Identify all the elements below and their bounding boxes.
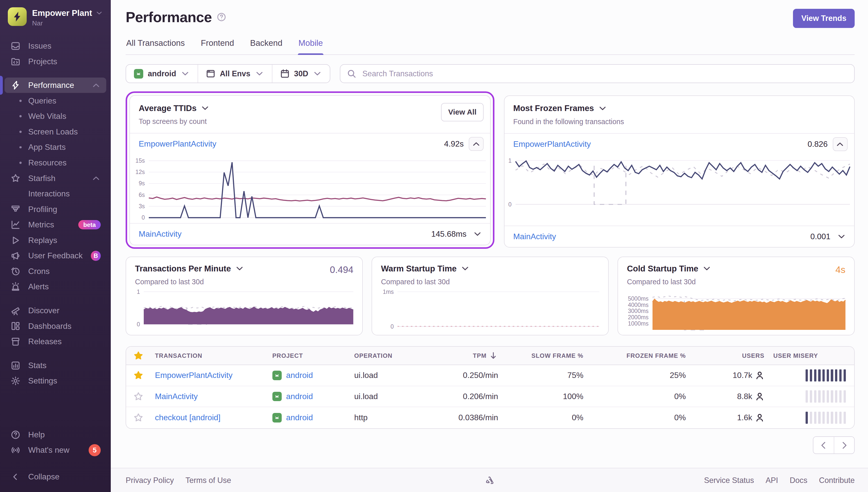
project-link[interactable]: android [272, 413, 346, 422]
tab-frontend[interactable]: Frontend [200, 38, 235, 54]
next-page-button[interactable] [834, 437, 854, 453]
chevron-up-icon [92, 173, 101, 183]
collapse-row-button[interactable] [833, 137, 848, 151]
column-header-users[interactable]: USERS [690, 352, 769, 359]
footer-link-terms-of-use[interactable]: Terms of Use [185, 476, 231, 485]
sidebar-item-label: Stats [28, 361, 47, 370]
sidebar-item-releases[interactable]: Releases [4, 334, 106, 349]
sidebar-item-profiling[interactable]: Profiling [4, 201, 106, 217]
expand-row-button[interactable] [471, 228, 484, 240]
collapse-row-button[interactable] [469, 137, 484, 151]
column-header-tpm[interactable]: TPM [438, 351, 503, 360]
sidebar-item-starfish[interactable]: Starfish [4, 170, 106, 186]
search-input[interactable] [361, 69, 848, 79]
footer-link-docs[interactable]: Docs [790, 476, 807, 485]
project-link[interactable]: android [272, 371, 346, 380]
footer-link-privacy-policy[interactable]: Privacy Policy [126, 476, 174, 485]
sidebar-item-web-vitals[interactable]: Web Vitals [4, 108, 106, 124]
sidebar-nav: IssuesProjectsPerformanceQueriesWeb Vita… [0, 30, 111, 427]
y-axis-tick: 9s [139, 180, 145, 187]
column-header-user-misery[interactable]: USER MISERY [769, 352, 854, 359]
frozen-value: 0.001 [810, 232, 831, 241]
sidebar-item-collapse[interactable]: Collapse [4, 469, 106, 485]
tpm-cell: 0.0386/min [438, 413, 503, 422]
column-header-slow-frame-[interactable]: SLOW FRAME % [503, 352, 588, 359]
sidebar-item-issues[interactable]: Issues [4, 38, 106, 54]
sidebar-item-screen-loads[interactable]: Screen Loads [4, 124, 106, 140]
column-header-operation[interactable]: OPERATION [350, 352, 438, 359]
sidebar-item-label: Resources [28, 158, 67, 168]
chevron-down-icon [702, 264, 711, 273]
footer-link-contribute[interactable]: Contribute [819, 476, 854, 485]
org-switcher[interactable]: Empower Plant Nar [0, 0, 111, 30]
ttid-card-subtitle: Top screens by count [139, 117, 481, 126]
sidebar-item-alerts[interactable]: Alerts [4, 279, 106, 295]
replays-icon [10, 236, 21, 245]
sidebar-item-projects[interactable]: Projects [4, 54, 106, 69]
y-axis-tick: 5000ms [628, 295, 648, 302]
cold-card-title[interactable]: Cold Startup Time [627, 264, 698, 273]
column-header-project[interactable]: PROJECT [268, 352, 350, 359]
project-filter-value: android [148, 69, 176, 78]
expand-row-button[interactable] [835, 230, 847, 243]
sidebar-item-interactions[interactable]: Interactions [4, 186, 106, 202]
page-content: android All Envs 30D [111, 55, 868, 468]
sidebar-item-stats[interactable]: Stats [4, 358, 106, 373]
transaction-link[interactable]: EmpowerPlantActivity [513, 140, 591, 149]
user-misery-bars [773, 412, 851, 424]
footer-link-service-status[interactable]: Service Status [704, 476, 754, 485]
frozen-frame-cell: 25% [588, 371, 690, 380]
sidebar-item-app-starts[interactable]: App Starts [4, 140, 106, 155]
environment-icon [206, 69, 215, 78]
star-column-header[interactable] [126, 351, 151, 360]
sidebar-item-help[interactable]: Help [4, 427, 106, 442]
view-all-button[interactable]: View All [441, 103, 484, 121]
chevron-down-icon [180, 69, 190, 78]
sidebar-item-crons[interactable]: Crons [4, 264, 106, 279]
y-axis-tick: 0 [142, 214, 145, 221]
tab-all-transactions[interactable]: All Transactions [126, 38, 185, 54]
sidebar-item-dashboards[interactable]: Dashboards [4, 318, 106, 334]
help-circle-icon[interactable] [217, 13, 226, 22]
transaction-link[interactable]: MainActivity [513, 232, 556, 241]
environment-filter-value: All Envs [220, 69, 250, 78]
date-filter[interactable]: 30D [272, 65, 330, 82]
sidebar-item-user-feedback[interactable]: User FeedbackB [4, 248, 106, 264]
column-header-transaction[interactable]: TRANSACTION [151, 352, 268, 359]
transaction-link[interactable]: EmpowerPlantActivity [139, 139, 216, 149]
transaction-link[interactable]: MainActivity [155, 392, 198, 401]
sidebar-item-queries[interactable]: Queries [4, 93, 106, 108]
warm-card-title[interactable]: Warm Startup Time [381, 264, 456, 273]
star-outline-icon[interactable] [134, 392, 143, 401]
project-filter[interactable]: android [126, 65, 198, 82]
sidebar-item-metrics[interactable]: Metricsbeta [4, 217, 106, 233]
tab-backend[interactable]: Backend [250, 38, 283, 54]
view-trends-button[interactable]: View Trends [793, 9, 854, 28]
tpm-card-title[interactable]: Transactions Per Minute [135, 264, 231, 273]
sidebar-item-performance[interactable]: Performance [4, 78, 106, 93]
tpm-cell: 0.206/min [438, 392, 503, 401]
sidebar-item-label: App Starts [28, 143, 66, 152]
star-outline-icon[interactable] [134, 413, 143, 422]
notification-badge: 5 [88, 444, 101, 456]
previous-page-button[interactable] [813, 437, 834, 453]
sidebar-item-discover[interactable]: Discover [4, 303, 106, 319]
column-header-frozen-frame-[interactable]: FROZEN FRAME % [588, 352, 690, 359]
transaction-link[interactable]: checkout [android] [155, 413, 220, 422]
sentry-logo-icon [485, 476, 494, 485]
sidebar-item-resources[interactable]: Resources [4, 155, 106, 171]
sidebar-item-settings[interactable]: Settings [4, 373, 106, 389]
environment-filter[interactable]: All Envs [198, 65, 272, 82]
ttid-card-title[interactable]: Average TTIDs [139, 103, 197, 113]
sidebar-item-what-s-new[interactable]: What's new5 [4, 442, 106, 458]
star-filled-icon[interactable] [134, 371, 143, 380]
tab-mobile[interactable]: Mobile [298, 38, 324, 54]
project-link[interactable]: android [272, 392, 346, 401]
footer-link-api[interactable]: API [766, 476, 778, 485]
frozen-chart: 10 [505, 155, 854, 210]
sidebar-item-replays[interactable]: Replays [4, 233, 106, 248]
slow-frame-cell: 75% [503, 371, 588, 380]
transaction-link[interactable]: EmpowerPlantActivity [155, 371, 232, 380]
frozen-card-title[interactable]: Most Frozen Frames [513, 103, 594, 113]
transaction-link[interactable]: MainActivity [139, 229, 181, 239]
